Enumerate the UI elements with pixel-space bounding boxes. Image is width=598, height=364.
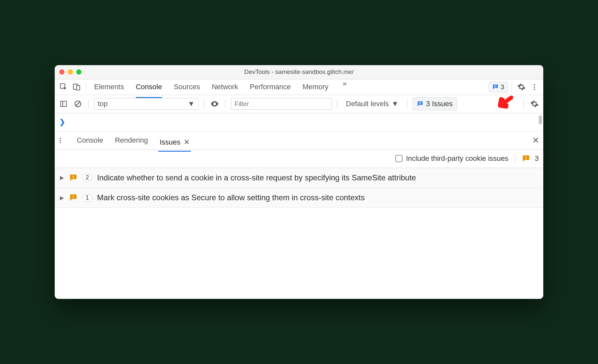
expand-icon[interactable]: ▶: [59, 195, 64, 201]
svg-rect-2: [77, 86, 80, 90]
svg-point-13: [60, 138, 61, 139]
svg-rect-19: [73, 178, 74, 178]
issue-row[interactable]: ▶ 1 Mark cross-site cookies as Secure to…: [55, 188, 543, 208]
drawer-tabs: Console Rendering Issues ✕ ✕: [55, 132, 543, 150]
separator: [407, 99, 407, 108]
dropdown-icon: ▼: [392, 100, 399, 108]
chat-icon: [417, 101, 423, 107]
window-controls: [59, 69, 81, 75]
inspect-icon[interactable]: [58, 81, 69, 92]
more-options-icon[interactable]: [529, 81, 540, 92]
svg-rect-4: [494, 87, 496, 87]
separator: [523, 99, 524, 108]
console-settings-icon[interactable]: [529, 98, 540, 109]
console-sidebar-toggle-icon[interactable]: [58, 98, 69, 109]
svg-point-5: [534, 84, 535, 85]
drawer-tab-issues[interactable]: Issues ✕: [158, 134, 191, 152]
chat-icon: [492, 84, 499, 90]
svg-point-6: [534, 86, 535, 88]
issue-count-badge: 2: [82, 174, 93, 181]
svg-rect-16: [526, 157, 526, 158]
filter-input[interactable]: [231, 98, 332, 110]
issues-button-label: 3 Issues: [426, 100, 453, 108]
svg-rect-20: [73, 196, 74, 197]
annotation-arrow-icon: [496, 89, 519, 112]
drawer-more-icon[interactable]: [57, 137, 66, 144]
svg-point-7: [534, 89, 535, 90]
svg-point-15: [60, 142, 61, 143]
live-expression-icon[interactable]: [209, 98, 220, 109]
separator: [515, 154, 515, 163]
tab-sources[interactable]: Sources: [174, 79, 200, 94]
titlebar: DevTools - samesite-sandbox.glitch.me/: [55, 65, 543, 79]
issue-count-badge: 1: [82, 194, 93, 202]
drawer-tab-issues-label: Issues: [160, 138, 180, 146]
more-tabs-icon[interactable]: »: [340, 79, 349, 94]
clear-console-icon[interactable]: [72, 98, 83, 109]
devtools-window: DevTools - samesite-sandbox.glitch.me/ E…: [55, 65, 543, 299]
device-toggle-icon[interactable]: [71, 81, 82, 92]
separator: [512, 82, 512, 91]
checkbox-icon: [395, 155, 403, 162]
separator: [89, 99, 89, 108]
panel-tabs: Elements Console Sources Network Perform…: [90, 79, 487, 94]
svg-rect-21: [73, 198, 74, 198]
tab-console[interactable]: Console: [136, 79, 162, 98]
svg-rect-11: [419, 103, 421, 103]
svg-point-14: [60, 140, 61, 141]
tab-performance[interactable]: Performance: [250, 79, 291, 94]
context-selector-value: top: [98, 100, 108, 108]
svg-rect-18: [73, 175, 74, 177]
drawer-close-icon[interactable]: ✕: [530, 135, 541, 146]
console-toolbar: top ▼ Default levels ▼ 3 Issues: [55, 95, 543, 113]
issue-title: Indicate whether to send a cookie in a c…: [97, 173, 539, 183]
issue-row[interactable]: ▶ 2 Indicate whether to send a cookie in…: [55, 168, 543, 188]
scrollbar-thumb[interactable]: [539, 115, 542, 124]
issue-title: Mark cross-site cookies as Secure to all…: [97, 192, 539, 203]
tab-network[interactable]: Network: [212, 79, 238, 94]
context-selector[interactable]: top ▼: [94, 98, 198, 110]
issues-total-count: 3: [535, 154, 539, 163]
separator: [204, 99, 204, 108]
expand-icon[interactable]: ▶: [59, 175, 64, 181]
close-icon[interactable]: ✕: [184, 138, 190, 146]
svg-line-10: [76, 102, 80, 106]
warning-icon: [522, 154, 530, 163]
drawer-tab-rendering[interactable]: Rendering: [114, 132, 150, 149]
third-party-checkbox[interactable]: Include third-party cookie issues: [395, 154, 508, 163]
issues-button[interactable]: 3 Issues: [413, 97, 457, 110]
main-toolbar: Elements Console Sources Network Perform…: [55, 79, 543, 95]
issues-filter-bar: Include third-party cookie issues 3: [55, 150, 543, 168]
separator: [225, 99, 226, 108]
zoom-window-button[interactable]: [76, 69, 81, 75]
console-prompt-icon: ❯: [59, 118, 65, 126]
settings-icon[interactable]: [516, 81, 527, 92]
third-party-checkbox-label: Include third-party cookie issues: [406, 154, 508, 163]
log-levels-selector[interactable]: Default levels ▼: [343, 100, 402, 108]
warning-icon: [69, 174, 78, 182]
log-levels-label: Default levels: [346, 100, 389, 108]
tab-elements[interactable]: Elements: [94, 79, 124, 94]
dropdown-icon: ▼: [188, 100, 195, 108]
window-title: DevTools - samesite-sandbox.glitch.me/: [55, 68, 543, 76]
close-window-button[interactable]: [59, 69, 64, 75]
tab-memory[interactable]: Memory: [303, 79, 328, 94]
svg-rect-12: [419, 104, 421, 104]
separator: [86, 82, 86, 91]
drawer-tab-console[interactable]: Console: [76, 132, 105, 149]
console-prompt-area[interactable]: ❯: [55, 113, 543, 132]
svg-rect-17: [526, 159, 526, 159]
svg-rect-3: [494, 86, 497, 86]
minimize-window-button[interactable]: [68, 69, 73, 75]
warning-icon: [69, 193, 78, 202]
empty-area: [55, 208, 543, 299]
separator: [337, 99, 337, 108]
